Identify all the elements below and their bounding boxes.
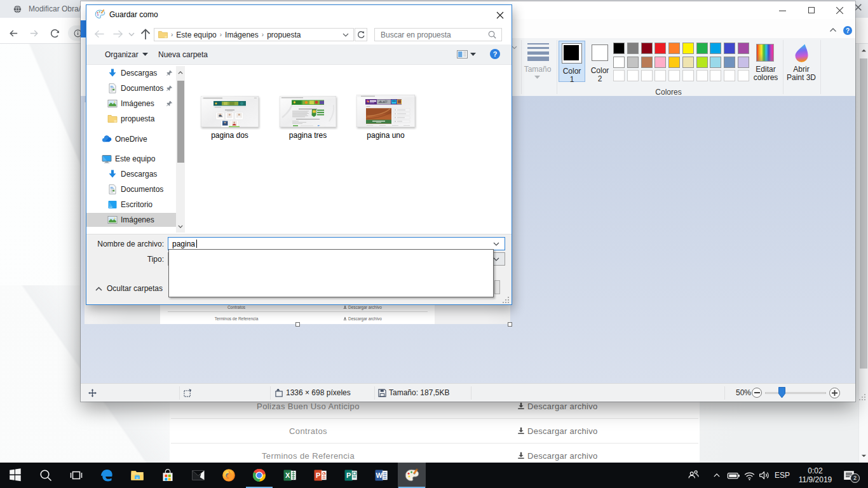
taskbar-button-word[interactable]: W — [367, 463, 395, 488]
ribbon-collapse-icon[interactable] — [829, 27, 837, 32]
dialog-resize-grip-icon[interactable] — [503, 297, 509, 303]
sidebar-item-imágenes[interactable]: Imágenes — [86, 213, 176, 227]
new-folder-button[interactable]: Nueva carpeta — [158, 44, 208, 64]
breadcrumb-item[interactable]: Este equipo — [176, 31, 216, 39]
nav-up-icon[interactable] — [140, 29, 151, 40]
taskbar-button-powerpoint[interactable]: P — [306, 463, 334, 488]
maximize-button[interactable] — [797, 1, 825, 19]
palette-empty-swatch[interactable] — [668, 70, 680, 81]
file-item[interactable]: pagina dos — [201, 96, 259, 141]
view-mode-dropdown-icon[interactable] — [470, 53, 476, 56]
search-box[interactable]: Buscar en propuesta — [374, 28, 502, 41]
palette-color-swatch[interactable] — [654, 57, 666, 68]
sidebar-scroll-down-icon[interactable] — [178, 225, 183, 228]
breadcrumb-item[interactable]: propuesta — [267, 31, 301, 39]
scroll-down-icon[interactable] — [861, 453, 867, 459]
breadcrumb-bar[interactable]: ›Este equipo›Imágenes›propuesta — [154, 28, 354, 41]
palette-empty-swatch[interactable] — [682, 70, 694, 81]
dialog-close-button[interactable] — [489, 7, 511, 23]
palette-empty-swatch[interactable] — [710, 70, 721, 81]
filename-autocomplete-dropdown[interactable] — [168, 249, 494, 297]
view-mode-icon[interactable] — [457, 50, 468, 58]
breadcrumb-dropdown-icon[interactable] — [342, 33, 349, 37]
tray-overflow-button[interactable] — [710, 463, 723, 488]
sidebar-item-escritorio[interactable]: Escritorio — [86, 198, 176, 212]
palette-color-swatch[interactable] — [627, 43, 639, 54]
palette-empty-swatch[interactable] — [724, 70, 735, 81]
reload-icon[interactable] — [50, 28, 60, 39]
sidebar-scrollbar-thumb[interactable] — [177, 81, 184, 163]
download-link[interactable]: Descargar archivo — [517, 419, 598, 444]
sidebar-item-documentos[interactable]: Documentos — [86, 182, 176, 196]
file-item[interactable]: pagina tres — [280, 96, 336, 141]
back-icon[interactable] — [8, 28, 19, 39]
breadcrumb-item[interactable]: Imágenes — [225, 31, 259, 39]
paint-file-tab[interactable] — [81, 20, 86, 37]
tray-people-button[interactable] — [686, 463, 700, 488]
color1-button[interactable]: Color 1 — [559, 41, 585, 82]
resize-grip-icon[interactable] — [859, 394, 865, 400]
palette-color-swatch[interactable] — [696, 43, 708, 54]
palette-color-swatch[interactable] — [641, 43, 653, 54]
browser-scrollbar-thumb[interactable] — [860, 58, 867, 369]
taskbar-button-search[interactable] — [32, 463, 60, 488]
palette-color-swatch[interactable] — [738, 43, 749, 54]
sidebar-item-imágenes[interactable]: Imágenes — [86, 97, 176, 111]
zoom-out-button[interactable] — [752, 388, 762, 398]
zoom-in-button[interactable] — [829, 388, 840, 398]
hide-folders-button[interactable]: Ocultar carpetas — [95, 285, 163, 292]
tray-clock[interactable]: 0:02 11/9/2019 — [796, 463, 835, 488]
palette-empty-swatch[interactable] — [613, 70, 625, 81]
canvas-resize-handle-corner[interactable] — [508, 322, 512, 327]
palette-empty-swatch[interactable] — [654, 70, 666, 81]
paint-close-button[interactable] — [825, 1, 854, 19]
sidebar-item-este-equipo[interactable]: Este equipo — [86, 152, 176, 166]
palette-color-swatch[interactable] — [682, 43, 694, 54]
sidebar-scroll-up-icon[interactable] — [178, 71, 183, 74]
palette-color-swatch[interactable] — [668, 57, 680, 68]
sidebar-item-descargas[interactable]: Descargas — [86, 66, 176, 80]
palette-color-swatch[interactable] — [710, 57, 721, 68]
tray-wifi-button[interactable] — [743, 463, 756, 488]
palette-color-swatch[interactable] — [613, 43, 625, 54]
forward-icon[interactable] — [29, 28, 39, 39]
taskbar-button-paint[interactable] — [398, 463, 426, 488]
sidebar-item-propuesta[interactable]: propuesta — [86, 112, 176, 126]
palette-color-swatch[interactable] — [724, 43, 735, 54]
nav-back-icon[interactable] — [94, 29, 105, 39]
palette-empty-swatch[interactable] — [627, 70, 639, 81]
palette-color-swatch[interactable] — [613, 57, 625, 68]
nav-forward-icon[interactable] — [112, 29, 123, 39]
organize-button[interactable]: Organizar — [105, 44, 148, 64]
browser-tab[interactable]: Modificar Obra/ — [13, 0, 81, 18]
taskbar-button-mail[interactable] — [184, 463, 212, 488]
action-center-button[interactable]: 2 — [840, 463, 868, 488]
palette-color-swatch[interactable] — [696, 57, 708, 68]
taskbar-button-excel[interactable]: X — [276, 463, 304, 488]
palette-color-swatch[interactable] — [627, 57, 639, 68]
filename-input[interactable]: pagina — [168, 237, 505, 250]
taskbar-button-chrome[interactable] — [245, 463, 273, 488]
sidebar-item-descargas[interactable]: Descargas — [86, 167, 176, 181]
minimize-button[interactable] — [768, 1, 797, 19]
taskbar-button-explorer[interactable] — [123, 463, 151, 488]
zoom-slider-thumb[interactable] — [778, 387, 785, 398]
zoom-slider-track[interactable] — [765, 392, 826, 394]
taskbar-button-edge[interactable] — [93, 463, 121, 488]
palette-color-swatch[interactable] — [710, 43, 721, 54]
palette-color-swatch[interactable] — [641, 57, 653, 68]
nav-history-icon[interactable] — [128, 32, 135, 36]
sidebar-item-onedrive[interactable]: OneDrive — [86, 132, 176, 146]
taskbar-button-start[interactable] — [1, 463, 29, 488]
color2-button[interactable]: Color 2 — [588, 41, 612, 82]
taskbar-button-store[interactable] — [154, 463, 182, 488]
taskbar-button-task-view[interactable] — [62, 463, 90, 488]
palette-color-swatch[interactable] — [682, 57, 694, 68]
palette-color-swatch[interactable] — [654, 43, 666, 54]
palette-color-swatch[interactable] — [724, 57, 735, 68]
help-icon[interactable]: ? — [843, 26, 852, 35]
taskbar-button-firefox[interactable] — [215, 463, 243, 488]
filename-dropdown-icon[interactable] — [493, 242, 499, 246]
sidebar-item-documentos[interactable]: Documentos — [86, 81, 176, 95]
taskbar-button-publisher[interactable]: P — [337, 463, 365, 488]
